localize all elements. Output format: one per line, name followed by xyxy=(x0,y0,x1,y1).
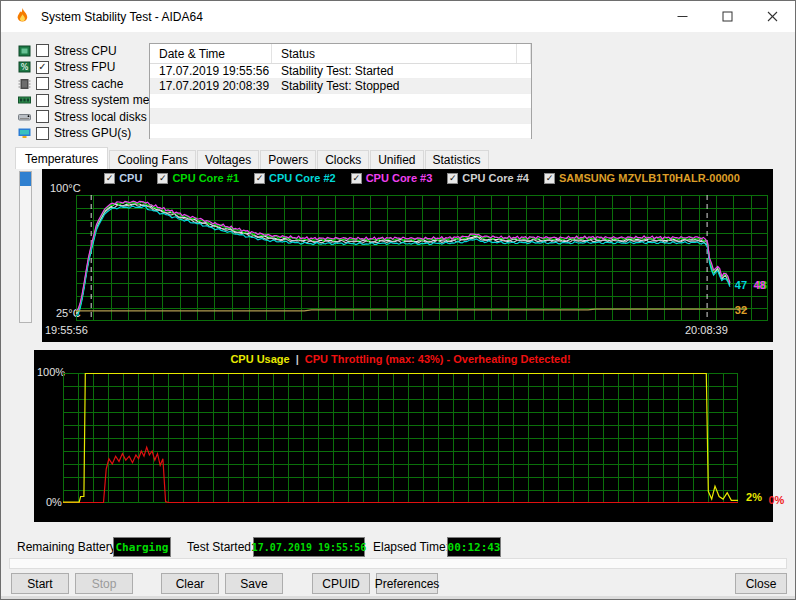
stress-cpu-label: Stress CPU xyxy=(54,44,117,58)
stress-fpu-checkbox[interactable] xyxy=(36,61,49,74)
start-button[interactable]: Start xyxy=(11,573,69,594)
maximize-button[interactable] xyxy=(705,1,750,32)
y-axis-min-label: 0% xyxy=(46,496,62,508)
legend-checkbox[interactable] xyxy=(351,173,362,184)
legend-item-cpu-core-2[interactable]: CPU Core #2 xyxy=(254,172,336,184)
close-dialog-button[interactable]: Close xyxy=(735,573,787,594)
column-header-datetime[interactable]: Date & Time xyxy=(150,44,272,63)
svg-text:47: 47 xyxy=(735,279,747,291)
chart-scrollbar[interactable] xyxy=(19,171,32,323)
usage-plot-area: 2%0% xyxy=(63,373,738,503)
temperature-plot-area: 47484832 xyxy=(76,195,768,321)
tab-temperatures[interactable]: Temperatures xyxy=(15,147,108,169)
test-log-table: Date & Time Status 17.07.2019 19:55:56 S… xyxy=(149,43,532,139)
cpu-usage-chart: CPU Usage | CPU Throttling (max: 43%) - … xyxy=(34,350,773,522)
log-row-started[interactable]: 17.07.2019 19:55:56 Stability Test: Star… xyxy=(150,64,531,79)
battery-label: Remaining Battery: xyxy=(17,540,119,554)
legend-item-cpu-core-3[interactable]: CPU Core #3 xyxy=(351,172,433,184)
temperature-lines: 47484832 xyxy=(76,195,796,325)
aida64-flame-icon xyxy=(13,7,32,26)
log-row-empty xyxy=(150,94,531,109)
log-cell-datetime: 17.07.2019 20:08:39 xyxy=(150,79,272,93)
tab-powers[interactable]: Powers xyxy=(260,150,316,169)
elapsed-time-label: Elapsed Time: xyxy=(373,540,449,554)
tab-clocks[interactable]: Clocks xyxy=(317,150,369,169)
cpu-chip-icon xyxy=(17,45,31,57)
stress-disks-checkbox[interactable] xyxy=(36,110,49,123)
log-row-stopped[interactable]: 17.07.2019 20:08:39 Stability Test: Stop… xyxy=(150,79,531,94)
tab-unified[interactable]: Unified xyxy=(370,150,423,169)
elapsed-time-display: 00:12:43 xyxy=(447,537,501,557)
legend-checkbox[interactable] xyxy=(104,173,115,184)
legend-checkbox[interactable] xyxy=(447,173,458,184)
graph-tabs: Temperatures Cooling Fans Voltages Power… xyxy=(15,147,490,169)
x-axis-end-label: 20:08:39 xyxy=(685,324,728,336)
hard-disk-icon xyxy=(17,111,31,123)
svg-text:%: % xyxy=(20,63,28,72)
log-cell-status: Stability Test: Stopped xyxy=(272,79,517,93)
chart-scrollbar-thumb[interactable] xyxy=(20,172,31,186)
cache-chip-icon xyxy=(17,78,31,90)
legend-item-cpu-core-4[interactable]: CPU Core #4 xyxy=(447,172,529,184)
column-header-spacer xyxy=(517,44,531,63)
svg-text:2%: 2% xyxy=(746,491,762,503)
svg-text:0%: 0% xyxy=(768,494,784,506)
stress-disks-label: Stress local disks xyxy=(54,110,147,124)
tab-cooling-fans[interactable]: Cooling Fans xyxy=(109,150,196,169)
y-axis-max-label: 100°C xyxy=(50,182,81,194)
tab-statistics[interactable]: Statistics xyxy=(425,150,489,169)
titlebar: System Stability Test - AIDA64 xyxy=(1,1,795,32)
minimize-icon xyxy=(677,11,688,22)
log-cell-status: Stability Test: Started xyxy=(272,64,517,78)
log-row-empty xyxy=(150,124,531,139)
stress-cache-label: Stress cache xyxy=(54,77,123,91)
usage-title-right: CPU Throttling (max: 43%) - Overheating … xyxy=(305,353,571,365)
test-started-label: Test Started: xyxy=(187,540,254,554)
preferences-button[interactable]: Preferences xyxy=(376,573,438,594)
stress-gpu-label: Stress GPU(s) xyxy=(54,126,131,140)
window-title: System Stability Test - AIDA64 xyxy=(41,10,203,24)
legend-checkbox[interactable] xyxy=(157,173,168,184)
column-header-status[interactable]: Status xyxy=(272,44,517,63)
test-started-display: 17.07.2019 19:55:56 xyxy=(253,537,365,557)
gpu-monitor-icon xyxy=(17,127,31,139)
clear-button[interactable]: Clear xyxy=(161,573,219,594)
log-cell-datetime: 17.07.2019 19:55:56 xyxy=(150,64,272,78)
log-row-empty xyxy=(150,109,531,124)
stop-button[interactable]: Stop xyxy=(75,573,133,594)
stability-test-window: System Stability Test - AIDA64 Stress CP… xyxy=(0,0,796,600)
usage-title-left: CPU Usage xyxy=(230,353,289,365)
tab-voltages[interactable]: Voltages xyxy=(197,150,259,169)
usage-title-separator: | xyxy=(296,353,299,365)
stress-cache-checkbox[interactable] xyxy=(36,77,49,90)
memory-module-icon xyxy=(17,94,31,106)
legend-item-ssd[interactable]: SAMSUNG MZVLB1T0HALR-00000 xyxy=(544,172,740,184)
panel-bottom-edge xyxy=(9,558,787,569)
usage-lines: 2%0% xyxy=(63,373,796,507)
stress-fpu-label: Stress FPU xyxy=(54,60,115,74)
close-icon xyxy=(767,11,778,22)
svg-text:48: 48 xyxy=(754,279,766,291)
stress-gpu-checkbox[interactable] xyxy=(36,127,49,140)
close-button[interactable] xyxy=(750,1,795,32)
legend-item-cpu-core-1[interactable]: CPU Core #1 xyxy=(157,172,239,184)
legend-checkbox[interactable] xyxy=(254,173,265,184)
x-axis-start-label: 19:55:56 xyxy=(45,324,88,336)
stress-memory-checkbox[interactable] xyxy=(36,94,49,107)
temperature-legend: CPU CPU Core #1 CPU Core #2 CPU Core #3 … xyxy=(76,172,768,184)
log-table-header: Date & Time Status xyxy=(150,44,531,64)
cpuid-button[interactable]: CPUID xyxy=(312,573,370,594)
legend-item-cpu[interactable]: CPU xyxy=(104,172,142,184)
battery-value-display: Charging xyxy=(113,537,171,557)
svg-text:32: 32 xyxy=(735,304,747,316)
window-bottom-edge xyxy=(1,596,795,600)
usage-chart-title: CPU Usage | CPU Throttling (max: 43%) - … xyxy=(63,353,738,365)
stress-cpu-checkbox[interactable] xyxy=(36,44,49,57)
save-button[interactable]: Save xyxy=(225,573,283,594)
minimize-button[interactable] xyxy=(660,1,705,32)
legend-checkbox[interactable] xyxy=(544,173,555,184)
maximize-icon xyxy=(722,11,733,22)
temperature-chart: CPU CPU Core #1 CPU Core #2 CPU Core #3 … xyxy=(42,169,773,342)
y-axis-max-label: 100% xyxy=(37,366,65,378)
fpu-percent-icon: % xyxy=(17,61,31,73)
